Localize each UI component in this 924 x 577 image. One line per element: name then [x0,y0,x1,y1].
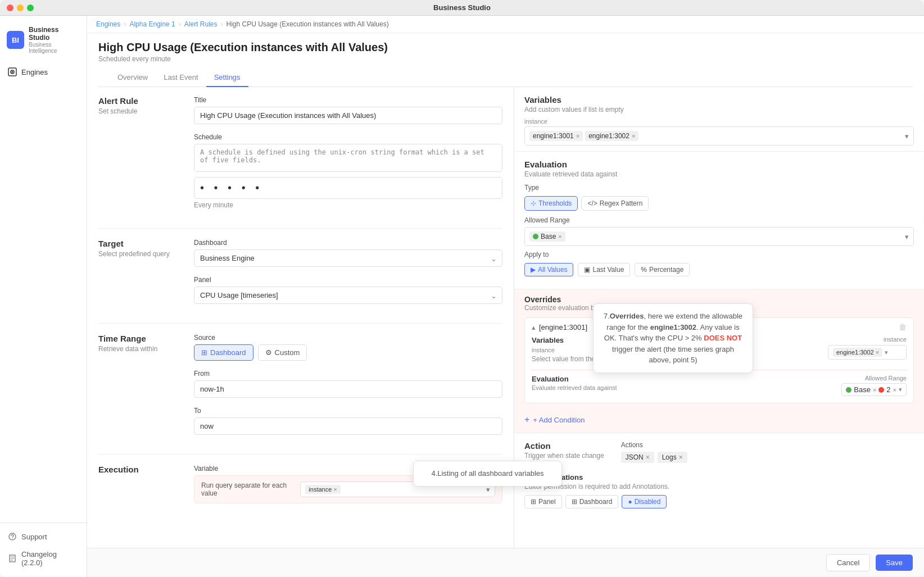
panel-select[interactable]: CPU Usage [timeseries] [194,287,502,304]
breadcrumb-engines[interactable]: Engines [96,20,120,28]
time-range-sub: Retrieve data within [98,345,183,353]
breadcrumb: Engines › Alpha Engine 1 › Alert Rules ›… [87,16,924,33]
sidebar-item-changelog[interactable]: Changelog (2.2.0) [0,546,87,571]
val2-red-dot [878,387,884,393]
action-tag-json: JSON × [621,452,654,463]
apply-btn-last-value[interactable]: ▣ Last Value [578,263,630,276]
grid-icon: ⊞ [572,498,577,506]
variables-dropdown[interactable]: ▾ [905,132,909,140]
var-tag-engine1-3001-remove[interactable]: × [576,133,579,139]
allowed-range-dropdown[interactable]: ▾ [905,233,909,241]
overrides-title: Overrides [524,295,914,304]
schedule-note: Every minute [194,201,502,209]
to-input[interactable] [194,417,502,435]
sidebar-item-support[interactable]: Support [0,528,87,546]
action-tag-logs: Logs × [658,452,687,463]
variables-tag-input[interactable]: engine1:3001 × engine1:3002 × ▾ [524,126,914,146]
variable-tag: instance × [305,485,340,494]
allowed-range-input[interactable]: Base × ▾ [524,227,914,246]
schedule-desc-text: A schedule is defined using the unix-cro… [194,144,502,172]
breadcrumb-alpha-engine[interactable]: Alpha Engine 1 [129,20,175,28]
alert-rule-title: Alert Rule [98,96,183,106]
cancel-button[interactable]: Cancel [826,554,870,571]
all-values-icon: ▶ [531,266,536,274]
variables-sub: Add custom values if list is empty [524,106,624,113]
annotations-title: Add Annotations [524,473,914,481]
sidebar-item-engines[interactable]: Engines [0,63,87,81]
action-title: Action [524,441,604,451]
source-btn-custom[interactable]: ⚙ Custom [258,344,307,361]
add-condition-label: + Add Condition [533,416,585,424]
delete-override-icon[interactable]: 🗑 [899,322,907,331]
page-header: High CPU Usage (Execution instances with… [87,33,924,87]
time-range-section: Time Range Retrieve data within Source ⊞… [98,334,502,444]
var-tag-engine1-3002: engine1:3002 × [585,131,638,141]
actions-label: Actions [621,441,914,449]
json-tag-remove[interactable]: × [646,453,650,461]
dashboard-select[interactable]: Business Engine [194,249,502,267]
ann-btn-dashboard[interactable]: ⊞ Dashboard [565,495,619,508]
minimize-button[interactable] [17,4,24,11]
close-button[interactable] [7,4,13,11]
dashboard-icon: ⊞ [201,348,207,357]
custom-icon: ⚙ [265,348,272,357]
tooltip-4-text: 4.Listing of all dashboard variables [422,468,554,479]
base-green-dot [846,387,851,393]
instance-label: instance [524,118,914,125]
override-eval-sub: Evaluate retrieved data against [532,384,617,391]
execution-title: Execution [98,465,183,474]
from-input[interactable] [194,380,502,398]
regex-icon: </> [587,199,597,207]
type-buttons: ⊹ Thresholds </> Regex Pattern [524,196,914,211]
evaluation-sub: Evaluate retrieved data against [524,170,914,178]
source-buttons: ⊞ Dashboard ⚙ Custom [194,344,502,361]
logs-tag-remove[interactable]: × [679,453,683,461]
action-sub: Trigger when state change [524,452,604,460]
override-engine-tag: engine1:3002 × [833,348,882,357]
exec-dropdown-icon: ▾ [486,485,490,494]
app-name: Business Studio [29,26,80,42]
panel-icon: ⊞ [531,498,536,506]
window-controls[interactable] [7,4,34,11]
add-icon: + [524,415,529,425]
override-engine-tag-remove[interactable]: × [876,349,879,356]
override-allowed-range-tags[interactable]: Base × 2 × ▾ [841,383,907,396]
base-tag-remove[interactable]: × [558,233,561,240]
source-btn-dashboard[interactable]: ⊞ Dashboard [194,344,253,361]
percentage-icon: % [641,266,647,274]
engines-icon [8,67,17,76]
variables-section: Variables Add custom values if list is e… [514,87,924,152]
changelog-icon [8,554,17,563]
chevron-icon: ▴ [532,323,536,331]
base-dot [533,234,538,239]
type-btn-regex[interactable]: </> Regex Pattern [581,196,649,211]
sidebar: BI Business Studio Business Intelligence… [0,16,87,577]
title-input[interactable] [194,107,502,124]
override-dropdown-icon: ▾ [885,349,888,356]
thresholds-icon: ⊹ [531,199,536,207]
type-btn-thresholds[interactable]: ⊹ Thresholds [524,196,578,211]
apply-btn-percentage[interactable]: % Percentage [635,263,690,276]
save-button[interactable]: Save [876,555,913,571]
tooltip-overrides-floating: 7.Overrides, here we extend the allowabl… [593,303,753,373]
maximize-button[interactable] [27,4,34,11]
evaluation-title: Evaluation [524,160,914,169]
ann-btn-panel[interactable]: ⊞ Panel [524,495,562,508]
disabled-icon: ● [628,498,632,506]
tab-last-event[interactable]: Last Event [156,69,206,87]
breadcrumb-alert-rules[interactable]: Alert Rules [184,20,218,28]
base-allowed-remove[interactable]: × [873,387,876,393]
variable-tag-remove[interactable]: × [333,486,337,493]
apply-to-buttons: ▶ All Values ▣ Last Value % Percentage [524,263,914,276]
tab-settings[interactable]: Settings [206,69,248,87]
type-label: Type [524,184,914,192]
var-tag-engine1-3002-remove[interactable]: × [632,133,635,139]
tab-overview[interactable]: Overview [110,69,156,87]
apply-btn-all-values[interactable]: ▶ All Values [524,263,573,276]
ann-btn-disabled[interactable]: ● Disabled [622,495,667,508]
schedule-input[interactable] [194,177,502,199]
dashboard-label: Dashboard [194,239,502,247]
val2-allowed-remove[interactable]: × [893,387,896,393]
override-instance-input[interactable]: engine1:3002 × ▾ [828,345,907,360]
add-condition-button[interactable]: + + Add Condition [514,407,924,433]
